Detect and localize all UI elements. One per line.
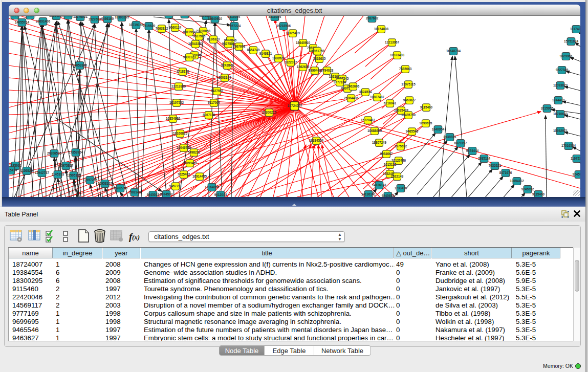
- svg-text:2935114: 2935114: [478, 157, 491, 160]
- svg-text:9457791: 9457791: [169, 184, 182, 188]
- svg-text:20869535: 20869535: [9, 16, 22, 17]
- svg-text:10688609: 10688609: [367, 129, 382, 133]
- svg-text:1615132: 1615132: [384, 163, 397, 166]
- svg-text:14136141: 14136141: [361, 192, 376, 196]
- svg-text:1822037: 1822037: [285, 60, 297, 64]
- svg-text:8813054: 8813054: [228, 16, 241, 18]
- svg-text:16107552: 16107552: [169, 101, 184, 104]
- svg-text:16914455: 16914455: [192, 174, 207, 178]
- svg-text:1362635: 1362635: [297, 65, 310, 69]
- svg-text:19166825: 19166825: [173, 132, 188, 135]
- svg-text:16543382: 16543382: [188, 42, 203, 46]
- svg-text:8912954: 8912954: [183, 30, 196, 34]
- svg-text:11325419: 11325419: [286, 31, 300, 35]
- svg-text:7462606: 7462606: [347, 84, 360, 88]
- svg-text:9245652: 9245652: [521, 187, 534, 191]
- svg-text:1063527: 1063527: [24, 16, 37, 17]
- svg-text:3915414: 3915414: [9, 168, 17, 172]
- svg-text:8186323: 8186323: [207, 37, 220, 41]
- svg-text:1244419: 1244419: [552, 98, 565, 102]
- svg-text:1975692: 1975692: [395, 144, 407, 148]
- svg-text:8938923: 8938923: [444, 135, 456, 139]
- svg-text:8974503: 8974503: [160, 192, 173, 196]
- svg-text:10210643: 10210643: [553, 112, 568, 116]
- svg-text:10654112: 10654112: [510, 179, 524, 183]
- svg-text:15692971: 15692971: [553, 129, 568, 133]
- svg-text:20053346: 20053346: [73, 63, 88, 67]
- svg-text:9329966: 9329966: [560, 54, 573, 58]
- svg-text:9146821: 9146821: [259, 52, 272, 55]
- svg-text:9463627: 9463627: [403, 98, 416, 102]
- svg-text:1502346: 1502346: [128, 190, 141, 194]
- svg-text:25364436: 25364436: [344, 96, 359, 100]
- svg-text:1527602: 1527602: [89, 17, 101, 21]
- svg-text:17957255: 17957255: [83, 178, 98, 182]
- svg-text:9242848: 9242848: [221, 63, 234, 67]
- svg-text:1362635: 1362635: [313, 57, 326, 60]
- svg-text:17975115: 17975115: [401, 82, 416, 86]
- svg-text:7485063: 7485063: [399, 67, 412, 71]
- svg-text:12093873: 12093873: [553, 83, 568, 87]
- svg-text:10807487: 10807487: [370, 95, 385, 99]
- svg-text:7632621: 7632621: [489, 164, 502, 167]
- svg-text:9465546: 9465546: [406, 129, 419, 133]
- svg-text:9245652: 9245652: [382, 194, 395, 197]
- svg-text:12942737: 12942737: [35, 171, 50, 174]
- svg-text:9115460: 9115460: [420, 105, 433, 109]
- svg-text:18640910: 18640910: [296, 41, 311, 45]
- svg-text:9245013: 9245013: [147, 193, 160, 196]
- svg-text:20691406: 20691406: [36, 19, 51, 23]
- svg-text:12213369: 12213369: [171, 84, 186, 88]
- svg-text:7663822: 7663822: [156, 27, 168, 30]
- svg-text:10154808: 10154808: [374, 27, 389, 31]
- svg-text:1156829: 1156829: [20, 169, 33, 172]
- svg-text:14136141: 14136141: [372, 183, 387, 187]
- svg-text:10719155: 10719155: [129, 23, 144, 27]
- svg-text:2522143: 2522143: [391, 174, 404, 178]
- svg-text:9890123: 9890123: [183, 55, 196, 59]
- svg-text:10973493: 10973493: [390, 53, 405, 57]
- svg-text:8990448: 8990448: [309, 69, 321, 72]
- svg-text:15276021: 15276021: [73, 16, 88, 18]
- svg-text:3215955: 3215955: [541, 106, 554, 110]
- svg-text:2867608: 2867608: [233, 45, 246, 48]
- svg-text:8454749: 8454749: [247, 48, 260, 52]
- svg-text:20206535: 20206535: [47, 151, 62, 155]
- svg-text:19384554: 19384554: [309, 139, 324, 142]
- svg-text:19218506: 19218506: [276, 24, 291, 28]
- svg-text:9527505: 9527505: [193, 34, 206, 38]
- svg-text:15751074: 15751074: [564, 39, 579, 43]
- svg-text:1117403: 1117403: [570, 27, 580, 31]
- svg-text:2603144: 2603144: [219, 76, 231, 79]
- svg-text:16099489: 16099489: [183, 161, 198, 165]
- svg-text:10958107: 10958107: [98, 182, 113, 185]
- svg-text:17016504: 17016504: [561, 144, 576, 147]
- svg-text:16961758: 16961758: [310, 49, 325, 53]
- svg-text:9245063: 9245063: [573, 172, 580, 176]
- svg-text:9699695: 9699695: [420, 121, 432, 125]
- svg-text:9227349: 9227349: [556, 68, 569, 72]
- svg-text:17359924: 17359924: [69, 150, 83, 154]
- svg-text:6879197: 6879197: [454, 141, 467, 145]
- svg-text:18640910: 18640910: [208, 17, 223, 20]
- svg-text:7515520: 7515520: [143, 24, 156, 28]
- svg-text:18807249: 18807249: [372, 141, 387, 144]
- svg-text:23300215: 23300215: [262, 111, 277, 114]
- svg-text:9777169: 9777169: [334, 80, 346, 84]
- svg-text:7625402: 7625402: [178, 172, 190, 176]
- svg-text:23226058: 23226058: [196, 29, 211, 33]
- svg-text:3267110: 3267110: [203, 113, 215, 117]
- svg-text:18724007: 18724007: [288, 104, 302, 107]
- svg-text:1640954: 1640954: [432, 127, 445, 131]
- svg-text:9612044: 9612044: [214, 193, 227, 196]
- svg-text:9084067: 9084067: [380, 152, 393, 156]
- svg-text:5498222: 5498222: [188, 150, 201, 154]
- svg-text:8471676: 8471676: [499, 171, 512, 174]
- svg-text:17164855: 17164855: [205, 185, 220, 189]
- svg-text:2718176: 2718176: [177, 70, 189, 73]
- svg-text:6794028: 6794028: [321, 69, 334, 72]
- svg-text:10046788: 10046788: [177, 146, 191, 149]
- svg-text:12213967: 12213967: [385, 40, 400, 44]
- svg-text:9117004: 9117004: [208, 101, 221, 104]
- svg-text:2087682: 2087682: [366, 16, 379, 20]
